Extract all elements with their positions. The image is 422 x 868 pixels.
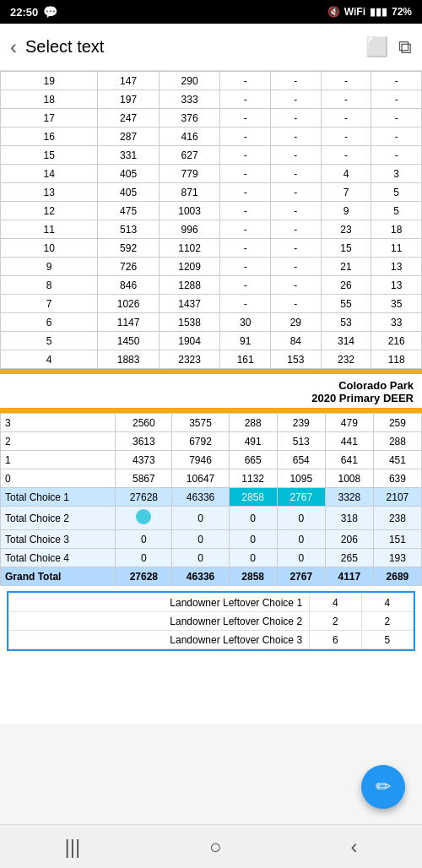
table-cell: 7 bbox=[321, 183, 371, 202]
total-cell: 0 bbox=[229, 549, 277, 567]
table-cell: 15 bbox=[321, 239, 371, 258]
time-display: 22:50 bbox=[10, 6, 38, 19]
table-cell: 10647 bbox=[172, 469, 229, 488]
landowner-val1: 4 bbox=[310, 594, 361, 612]
table-cell: 29 bbox=[270, 313, 321, 332]
table-cell: - bbox=[220, 146, 271, 165]
park-header: Colorado Park 2020 Primary DEER bbox=[0, 374, 422, 408]
total-cell: 2858 bbox=[229, 488, 277, 507]
table-cell: 1147 bbox=[98, 313, 159, 332]
table-cell: 1095 bbox=[277, 469, 325, 488]
total-row: Total Choice 2000318238 bbox=[1, 507, 422, 530]
landowner-table: Landowner Leftover Choice 144Landowner L… bbox=[8, 593, 414, 649]
total-cell: 46336 bbox=[172, 567, 229, 586]
total-cell: Total Choice 2 bbox=[1, 507, 116, 530]
nav-bar: ||| ○ ‹ bbox=[0, 824, 422, 868]
total-cell: Total Choice 3 bbox=[1, 530, 116, 549]
table-cell: 1450 bbox=[98, 332, 159, 350]
table-cell: 1102 bbox=[159, 239, 219, 258]
table-cell: 665 bbox=[229, 451, 277, 469]
landowner-label: Landowner Leftover Choice 3 bbox=[9, 631, 310, 649]
table-cell: - bbox=[371, 72, 422, 90]
table-cell: 161 bbox=[220, 350, 271, 369]
table-cell: 654 bbox=[277, 451, 325, 469]
total-cell: 151 bbox=[373, 530, 421, 549]
table-cell: 153 bbox=[270, 350, 321, 369]
status-time: 22:50 💬 bbox=[10, 5, 57, 19]
landowner-val2: 5 bbox=[361, 631, 413, 649]
total-cell: 2767 bbox=[277, 488, 325, 507]
table-cell: - bbox=[220, 109, 271, 127]
table-cell: 18 bbox=[1, 90, 98, 109]
table-row: 15331627---- bbox=[1, 146, 422, 165]
total-row: Total Choice 40000265193 bbox=[1, 549, 422, 567]
table-cell: 35 bbox=[371, 295, 422, 313]
table-cell: 13 bbox=[371, 258, 422, 276]
table-row: 88461288--2613 bbox=[1, 276, 422, 295]
select-all-icon[interactable]: ⬜ bbox=[365, 36, 388, 58]
notification-icon: 💬 bbox=[43, 5, 57, 19]
table-cell: - bbox=[270, 220, 321, 239]
table-cell: 5 bbox=[371, 183, 422, 202]
total-cell: 318 bbox=[325, 507, 373, 530]
nav-back-icon[interactable]: ‹ bbox=[351, 835, 358, 859]
table-cell: - bbox=[371, 90, 422, 109]
total-cell: 0 bbox=[116, 530, 172, 549]
table-row: 17247376---- bbox=[1, 109, 422, 127]
table-cell: 11 bbox=[371, 239, 422, 258]
battery-display: 72% bbox=[392, 6, 412, 18]
table-cell: 3613 bbox=[116, 432, 172, 451]
table-cell: 1538 bbox=[159, 313, 219, 332]
table-cell: 1883 bbox=[98, 350, 159, 369]
table-cell: 513 bbox=[277, 432, 325, 451]
edit-fab[interactable]: ✏ bbox=[361, 765, 405, 809]
nav-menu-icon[interactable]: ||| bbox=[64, 835, 80, 859]
table-row: 143737946665654641451 bbox=[1, 451, 422, 469]
table-cell: 333 bbox=[159, 90, 219, 109]
table-cell: 1 bbox=[1, 451, 116, 469]
table-cell: 4373 bbox=[116, 451, 172, 469]
copy-icon[interactable]: ⧉ bbox=[398, 36, 412, 58]
total-cell: 0 bbox=[172, 530, 229, 549]
table-cell: 2560 bbox=[116, 414, 172, 432]
table-row: 5145019049184314216 bbox=[1, 332, 422, 350]
mute-icon: 🔇 bbox=[327, 6, 340, 18]
total-cell: 238 bbox=[373, 507, 421, 530]
park-subtitle: 2020 Primary DEER bbox=[8, 392, 414, 404]
table-cell: 331 bbox=[98, 146, 159, 165]
total-cell: 0 bbox=[229, 507, 277, 530]
table-cell: - bbox=[270, 276, 321, 295]
landowner-val2: 4 bbox=[361, 594, 413, 612]
landowner-label: Landowner Leftover Choice 2 bbox=[9, 612, 310, 631]
nav-home-icon[interactable]: ○ bbox=[209, 835, 222, 859]
edit-icon: ✏ bbox=[376, 776, 391, 798]
table-cell: 12 bbox=[1, 202, 98, 220]
total-cell: 265 bbox=[325, 549, 373, 567]
table-row: 0586710647113210951008639 bbox=[1, 469, 422, 488]
total-row: Grand Total27628463362858276741172689 bbox=[1, 567, 422, 586]
total-cell: 0 bbox=[277, 530, 325, 549]
table-cell: 5 bbox=[371, 202, 422, 220]
table-cell: - bbox=[371, 146, 422, 165]
total-cell: 2107 bbox=[373, 488, 421, 507]
page-title: Select text bbox=[25, 37, 357, 57]
back-button[interactable]: ‹ bbox=[10, 35, 17, 59]
table-cell: - bbox=[321, 146, 371, 165]
table-cell: 1026 bbox=[98, 295, 159, 313]
table-cell: 1209 bbox=[159, 258, 219, 276]
total-cell: 206 bbox=[325, 530, 373, 549]
status-icons: 🔇 WiFi ▮▮▮ 72% bbox=[327, 6, 412, 18]
table-cell: 19 bbox=[1, 72, 98, 90]
total-cell: 0 bbox=[229, 530, 277, 549]
table-cell: 8 bbox=[1, 276, 98, 295]
total-row: Total Choice 127628463362858276733282107 bbox=[1, 488, 422, 507]
table-row: 18197333---- bbox=[1, 90, 422, 109]
landowner-val2: 2 bbox=[361, 612, 413, 631]
table-cell: 84 bbox=[270, 332, 321, 350]
table-cell: 18 bbox=[371, 220, 422, 239]
table-cell: 10 bbox=[1, 239, 98, 258]
landowner-label: Landowner Leftover Choice 1 bbox=[9, 594, 310, 612]
table-cell: 627 bbox=[159, 146, 219, 165]
total-cell: 0 bbox=[172, 507, 229, 530]
table-cell: - bbox=[220, 127, 271, 146]
